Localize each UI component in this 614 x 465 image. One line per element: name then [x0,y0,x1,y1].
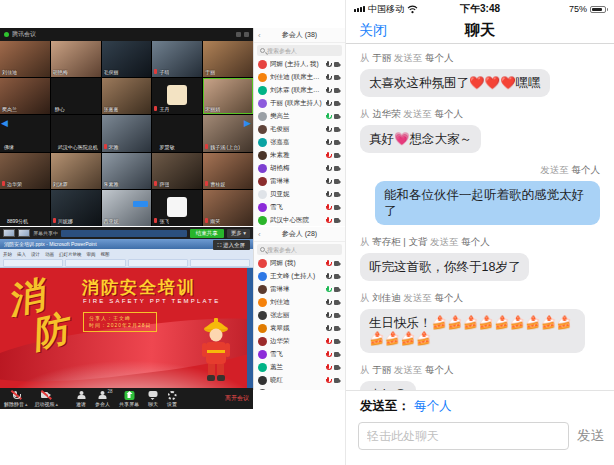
share-screen-button[interactable]: 共享屏幕 [119,391,139,407]
participant-row[interactable]: 晓红 [254,374,345,387]
video-tile[interactable]: 胡艳梅 [51,41,101,77]
participant-row[interactable]: 雷琳琳 [254,175,345,188]
fullscreen-icon[interactable] [244,32,249,37]
video-tile[interactable]: 于丽 [203,41,253,77]
ribbon-tab[interactable]: 幻灯片放映 [59,252,82,257]
video-tile[interactable]: 8899分机 [0,190,50,226]
camera-icon[interactable] [334,101,341,106]
mic-icon[interactable] [325,377,331,385]
ribbon-tab[interactable]: 设计 [31,252,40,257]
participant-search-box[interactable] [257,45,342,56]
participant-row[interactable]: 阿媚 (我) [254,257,345,270]
enter-fullscreen-button[interactable]: ⛶ 进入全屏 [213,240,250,250]
participant-row[interactable]: 雪飞 [254,201,345,214]
participant-row[interactable]: 刘沐霖 (联席主持人) [254,84,345,97]
participant-row[interactable]: 周丽 [254,387,345,390]
ribbon-tab[interactable]: 动画 [45,252,54,257]
video-tile[interactable]: 武汉中心医院总机 [51,115,101,151]
camera-icon[interactable] [334,192,341,197]
participant-row[interactable]: 刘佳迪 [254,296,345,309]
mic-icon[interactable] [325,260,331,268]
ribbon-tab[interactable]: 插入 [17,252,26,257]
ribbon-tab[interactable]: 审阅 [87,252,96,257]
video-tile[interactable]: 子晴 [152,41,202,77]
ribbon-tab[interactable]: 开始 [3,252,12,257]
mic-icon[interactable] [325,325,331,333]
camera-icon[interactable] [334,88,341,93]
participant-row[interactable]: 边华荣 [254,335,345,348]
video-tile[interactable]: 王丹 [152,78,202,114]
participant-row[interactable]: 朱素雅 [254,149,345,162]
camera-icon[interactable] [334,179,341,184]
mic-icon[interactable] [325,113,331,121]
camera-icon[interactable] [334,114,341,119]
mic-icon[interactable] [325,312,331,320]
participant-row[interactable]: 张嘉嘉 [254,136,345,149]
mic-icon[interactable] [325,364,331,372]
mic-icon[interactable] [325,126,331,134]
video-tile[interactable]: 罗慧敏 [152,115,202,151]
camera-icon[interactable] [334,378,341,383]
participant-search-input[interactable] [267,247,339,253]
leave-meeting-button[interactable]: 离开会议 [225,394,249,403]
mic-icon[interactable] [325,61,331,69]
camera-icon[interactable] [334,326,341,331]
start-video-button[interactable]: 启动视频▴ [35,391,59,407]
mic-icon[interactable] [325,351,331,359]
participant-row[interactable]: 雪飞 [254,348,345,361]
video-tile[interactable]: 静心 [51,78,101,114]
video-tile[interactable]: 张飞 [152,190,202,226]
mic-icon[interactable] [325,338,331,346]
video-tile[interactable]: 樊高兰 [0,78,50,114]
mic-icon[interactable] [325,165,331,173]
mic-icon[interactable] [325,390,331,391]
camera-icon[interactable] [334,62,341,67]
camera-icon[interactable] [334,365,341,370]
participants-button[interactable]: 28 参会人 [95,391,110,407]
camera-icon[interactable] [334,75,341,80]
camera-icon[interactable] [334,127,341,132]
participant-row[interactable]: 于丽 (联席主持人) [254,97,345,110]
stop-share-button[interactable]: 结束共享 [190,229,224,238]
camera-icon[interactable] [334,218,341,223]
participant-row[interactable]: 武汉中心医院 [254,214,345,226]
window-thumbnail[interactable] [18,229,30,237]
participant-row[interactable]: 刘佳迪 (联席主持人) [254,71,345,84]
camera-icon[interactable] [334,140,341,145]
mic-icon[interactable] [325,217,331,225]
invite-button[interactable]: 邀请 [76,391,86,407]
camera-icon[interactable] [334,339,341,344]
participant-row[interactable]: 樊高兰 [254,110,345,123]
video-tile[interactable]: 边华荣 [0,153,50,189]
mic-icon[interactable] [325,178,331,186]
video-tile[interactable]: 曹桂妮 [203,153,253,189]
video-tile[interactable]: 宋雅 [102,115,152,151]
video-tile[interactable]: 西亚妮 [102,190,152,226]
participant-search-box[interactable] [257,244,342,255]
unmute-button[interactable]: 解除静音▴ [4,391,28,407]
mic-icon[interactable] [325,152,331,160]
video-tile[interactable]: 雨笑 [203,190,253,226]
participant-row[interactable]: 蕙兰 [254,361,345,374]
mic-icon[interactable] [325,87,331,95]
mic-icon[interactable] [325,299,331,307]
camera-icon[interactable] [334,352,341,357]
mic-icon[interactable] [325,286,331,294]
video-tile[interactable]: 川妮娜 [51,190,101,226]
camera-icon[interactable] [334,166,341,171]
participant-row[interactable]: 毛俊丽 [254,123,345,136]
more-menu-button[interactable]: 更多 ▾ [227,229,250,238]
participant-row[interactable]: 雷琳琳 [254,283,345,296]
mic-icon[interactable] [325,191,331,199]
mic-icon[interactable] [325,273,331,281]
video-tile[interactable]: 刘沐霖 [51,153,101,189]
layout-icon[interactable] [236,32,241,37]
chat-button[interactable]: 聊天 [148,391,158,407]
message-list[interactable]: 从 于丽 发送至 每个人 太喜欢这种氛围了❤️❤️❤️嘿嘿 从 边华荣 发送至 … [346,44,614,390]
next-page-arrow[interactable]: ▶ [244,119,251,128]
camera-icon[interactable] [334,300,341,305]
camera-icon[interactable] [334,287,341,292]
video-tile[interactable]: 宋丽娟 [203,78,253,114]
ribbon-tab[interactable]: 视图 [101,252,110,257]
camera-icon[interactable] [334,274,341,279]
